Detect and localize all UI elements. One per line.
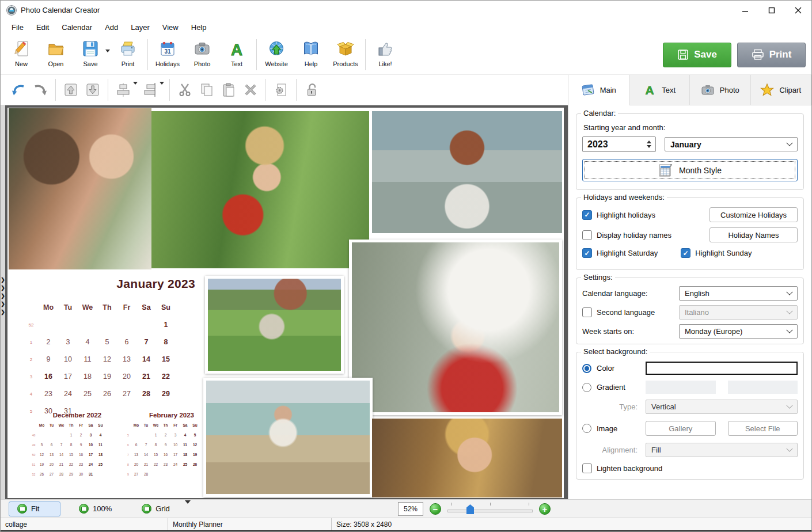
- photo-blonde-portrait[interactable]: [372, 419, 562, 497]
- tab-text[interactable]: A Text: [629, 75, 690, 105]
- help-button[interactable]: Help: [294, 37, 328, 73]
- gallery-button[interactable]: Gallery: [646, 421, 716, 436]
- canvas-workspace[interactable]: January 2023MoTuWeThFrSaSu52112345678291…: [5, 105, 568, 499]
- menu-add[interactable]: Add: [98, 21, 124, 34]
- text-button[interactable]: A Text: [219, 37, 254, 73]
- website-button[interactable]: Website: [259, 37, 294, 73]
- year-spinner[interactable]: 2023: [582, 136, 656, 152]
- menu-help[interactable]: Help: [185, 21, 213, 34]
- calendar-day-cell: 17: [86, 450, 96, 459]
- weekday-header: Fr: [170, 420, 180, 430]
- zoom-out-button[interactable]: −: [430, 503, 441, 515]
- highlight-sunday-checkbox[interactable]: ✓: [681, 248, 690, 258]
- save-button[interactable]: Save: [73, 37, 108, 73]
- menu-view[interactable]: View: [156, 21, 185, 34]
- week-starts-select[interactable]: Monday (Europe): [679, 324, 798, 339]
- zoom-in-button[interactable]: +: [539, 503, 551, 515]
- page-settings-button[interactable]: [270, 78, 292, 101]
- calendar-day-cell: [180, 469, 190, 479]
- tab-main[interactable]: Main: [568, 75, 629, 105]
- lock-button[interactable]: [301, 78, 322, 101]
- highlight-saturday-checkbox[interactable]: ✓: [582, 248, 592, 258]
- month-select[interactable]: January: [665, 137, 798, 151]
- photo-redhead-on-beach[interactable]: [372, 111, 562, 233]
- grid-button[interactable]: Grid: [134, 501, 178, 516]
- lighten-background-checkbox[interactable]: [582, 463, 592, 473]
- actual-size-button[interactable]: 100%: [71, 501, 120, 516]
- slider-thumb[interactable]: [466, 504, 474, 514]
- calendar-day-cell: 19: [190, 450, 200, 459]
- calendar-language-select[interactable]: English: [679, 286, 798, 301]
- display-holiday-names-checkbox[interactable]: [582, 230, 592, 240]
- raise-layer-button[interactable]: [60, 78, 82, 101]
- photo-button[interactable]: Photo: [185, 37, 219, 73]
- delete-button[interactable]: [240, 78, 261, 101]
- align-right-dropdown[interactable]: [160, 85, 164, 95]
- paste-button[interactable]: [218, 78, 240, 101]
- menu-calendar[interactable]: Calendar: [55, 21, 98, 34]
- select-file-button[interactable]: Select File: [728, 421, 798, 436]
- delete-x-icon: [243, 82, 258, 97]
- background-color-swatch[interactable]: [646, 362, 798, 375]
- text-a-icon: A: [227, 39, 246, 59]
- background-image-radio[interactable]: [582, 424, 591, 433]
- minimize-button[interactable]: [732, 1, 758, 20]
- holiday-names-button[interactable]: Holiday Names: [709, 227, 798, 242]
- calendar-day-cell: 11: [78, 351, 97, 368]
- week-number: 48: [31, 430, 37, 440]
- redo-button[interactable]: [29, 78, 51, 101]
- menu-file[interactable]: File: [5, 21, 30, 34]
- undo-button[interactable]: [7, 78, 29, 101]
- toolbar-separator: [108, 79, 108, 101]
- new-button[interactable]: New: [4, 37, 39, 73]
- calendar-day-cell: 15: [151, 450, 161, 459]
- holidays-button[interactable]: 31 Holidays: [150, 37, 185, 73]
- open-button[interactable]: Open: [39, 37, 73, 73]
- photo-girl-gardening[interactable]: [151, 111, 369, 268]
- maximize-button[interactable]: [758, 1, 785, 20]
- spinner-buttons[interactable]: [644, 140, 655, 148]
- tab-photo[interactable]: Photo: [690, 75, 751, 105]
- align-center-button[interactable]: [112, 78, 134, 101]
- calendar-day-cell: [37, 430, 47, 440]
- cut-button[interactable]: [174, 78, 196, 101]
- photo-family-with-dog[interactable]: [205, 276, 344, 374]
- month-style-button[interactable]: Month Style: [582, 159, 798, 181]
- tab-clipart[interactable]: Clipart: [751, 75, 812, 105]
- menu-edit[interactable]: Edit: [30, 21, 55, 34]
- background-gradient-radio[interactable]: [582, 383, 591, 392]
- zoom-slider[interactable]: [447, 503, 533, 515]
- photo-girl-knit-hat[interactable]: [349, 240, 562, 415]
- background-color-radio[interactable]: [582, 364, 591, 373]
- calendar-day-cell: 25: [96, 459, 105, 469]
- save-project-button[interactable]: Save: [663, 43, 731, 67]
- chevron-down-icon: [786, 445, 792, 451]
- calendar-day-cell: 3: [86, 430, 96, 440]
- products-button[interactable]: Products: [328, 37, 363, 73]
- lower-layer-button[interactable]: [82, 78, 104, 101]
- print-project-button[interactable]: Print: [737, 43, 806, 67]
- photo-woman-on-beach[interactable]: [203, 378, 373, 497]
- fit-button[interactable]: Fit: [9, 501, 60, 516]
- zoom-level-input[interactable]: 52%: [398, 502, 423, 516]
- align-right-button[interactable]: [139, 78, 161, 101]
- close-button[interactable]: [785, 1, 811, 20]
- calendar-object[interactable]: January 2023MoTuWeThFrSaSu52112345678291…: [14, 277, 200, 420]
- grid-dropdown-arrow[interactable]: [185, 504, 191, 514]
- copy-button[interactable]: [196, 78, 218, 101]
- panel-expander-chevrons[interactable]: ❯❯❯❯❯: [1, 276, 5, 316]
- align-center-dropdown[interactable]: [133, 85, 138, 95]
- customize-holidays-button[interactable]: Customize Holidays: [709, 207, 798, 222]
- photo-father-and-daughter[interactable]: [9, 108, 151, 269]
- slider-track[interactable]: [447, 510, 533, 512]
- calendar-day-cell: 17: [58, 368, 78, 385]
- highlight-holidays-checkbox[interactable]: ✓: [582, 210, 592, 220]
- calendar-day-cell: 29: [156, 385, 176, 402]
- like-button[interactable]: Like!: [368, 37, 403, 73]
- second-language-checkbox[interactable]: [582, 307, 592, 317]
- background-gradient-label: Gradient: [597, 383, 646, 392]
- alignment-label: Alignment:: [582, 446, 646, 454]
- print-button[interactable]: Print: [111, 37, 145, 73]
- menu-layer[interactable]: Layer: [124, 21, 156, 34]
- save-dropdown-arrow[interactable]: [105, 50, 110, 52]
